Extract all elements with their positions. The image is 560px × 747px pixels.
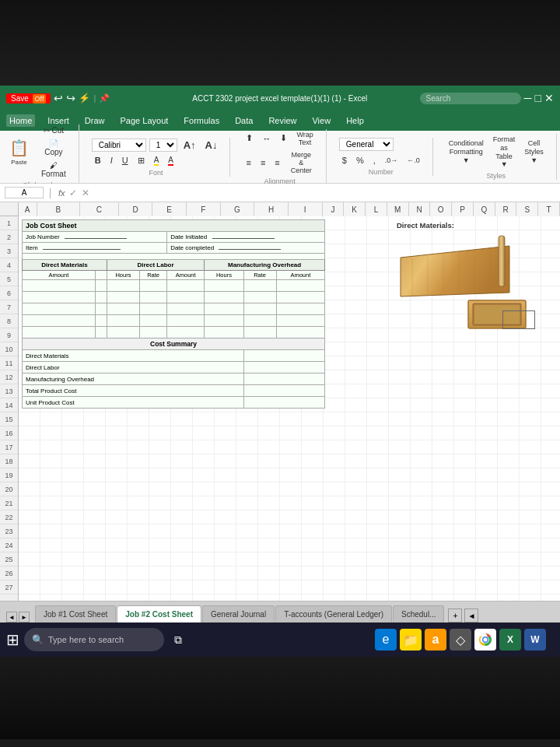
align-center-button[interactable]: ≡: [257, 156, 268, 169]
font-grow-button[interactable]: A↑: [180, 138, 199, 153]
jcs-cell-4-5[interactable]: [167, 315, 205, 327]
jcs-cell-2-6[interactable]: [205, 292, 243, 303]
font-shrink-button[interactable]: A↓: [202, 138, 221, 153]
align-top-button[interactable]: ⬆: [243, 132, 256, 145]
format-painter-button[interactable]: 🖌 Format: [38, 160, 69, 180]
cell-styles-button[interactable]: CellStyles ▼: [521, 138, 547, 166]
minimize-button[interactable]: ─: [524, 92, 532, 104]
jcs-dm-summary-row[interactable]: Direct Materials: [23, 350, 325, 362]
tab-scroll-end-button[interactable]: ◄: [464, 608, 478, 622]
jcs-data-row-3[interactable]: [23, 303, 325, 315]
dl-summary-value[interactable]: [243, 362, 324, 374]
jcs-cell-4-8[interactable]: [276, 315, 324, 327]
format-as-table-button[interactable]: Format asTable ▼: [490, 134, 519, 170]
menu-page-layout[interactable]: Page Layout: [117, 114, 172, 127]
formula-input[interactable]: [94, 188, 555, 198]
close-button[interactable]: ✕: [544, 92, 554, 104]
taskbar-search[interactable]: 🔍 Type here to search: [24, 628, 164, 651]
jcs-cell-1-4[interactable]: [140, 280, 167, 292]
jcs-data-row-2[interactable]: [23, 292, 325, 303]
jcs-cell-3-6[interactable]: [205, 303, 243, 315]
jcs-data-row-1[interactable]: [23, 280, 325, 292]
cut-button[interactable]: ✂ Cut: [38, 124, 69, 136]
jcs-cell-3-7[interactable]: [243, 303, 276, 315]
conditional-formatting-button[interactable]: ConditionalFormatting ▼: [446, 138, 487, 166]
edge-app-icon[interactable]: e: [375, 629, 397, 651]
tab-scroll-right-button[interactable]: ►: [19, 612, 30, 622]
align-right-button[interactable]: ≡: [271, 156, 282, 169]
jcs-cell-4-2[interactable]: [95, 315, 107, 327]
jcs-unit-product-row[interactable]: Unit Product Cost: [23, 397, 325, 409]
bold-button[interactable]: B: [92, 154, 104, 167]
menu-view[interactable]: View: [309, 114, 334, 127]
jcs-cell-4-1[interactable]: [23, 315, 96, 327]
menu-help[interactable]: Help: [343, 114, 367, 127]
italic-button[interactable]: I: [107, 154, 116, 167]
jcs-cell-1-2[interactable]: [95, 280, 107, 292]
fill-color-button[interactable]: A: [151, 154, 163, 167]
underline-button[interactable]: U: [119, 154, 131, 167]
title-search-input[interactable]: [420, 93, 521, 104]
jcs-dl-summary-row[interactable]: Direct Labor: [23, 362, 325, 374]
jcs-cell-3-5[interactable]: [167, 303, 205, 315]
menu-review[interactable]: Review: [265, 114, 299, 127]
jcs-total-2[interactable]: [95, 327, 107, 338]
jcs-cell-1-5[interactable]: [167, 280, 205, 292]
menu-formulas[interactable]: Formulas: [180, 114, 222, 127]
jcs-cell-2-7[interactable]: [243, 292, 276, 303]
decrease-decimal-button[interactable]: ←.0: [404, 155, 423, 166]
align-left-button[interactable]: ≡: [243, 156, 254, 169]
font-size-select[interactable]: 11: [149, 139, 177, 152]
jcs-total-product-row[interactable]: Total Product Cost: [23, 385, 325, 397]
jcs-cell-1-1[interactable]: [23, 280, 96, 292]
jcs-mo-summary-row[interactable]: Manufacturing Overhead: [23, 374, 325, 385]
dm-summary-value[interactable]: [243, 350, 324, 362]
jcs-cell-2-8[interactable]: [276, 292, 324, 303]
add-sheet-button[interactable]: +: [448, 608, 462, 622]
jcs-cell-4-4[interactable]: [140, 315, 167, 327]
increase-decimal-button[interactable]: .0→: [382, 155, 401, 166]
jcs-cell-1-7[interactable]: [243, 280, 276, 292]
percent-button[interactable]: %: [353, 154, 367, 167]
tab-job1-cost-sheet[interactable]: Job #1 Cost Sheet: [35, 605, 116, 622]
menu-draw[interactable]: Draw: [82, 114, 108, 127]
jcs-cell-2-5[interactable]: [167, 292, 205, 303]
tab-general-journal[interactable]: General Journal: [202, 605, 275, 622]
word-app-icon[interactable]: W: [524, 629, 546, 651]
jcs-cell-3-8[interactable]: [276, 303, 324, 315]
align-middle-button[interactable]: ↔: [259, 132, 274, 145]
paste-button[interactable]: 📋: [6, 139, 32, 157]
jcs-cell-4-3[interactable]: [107, 315, 139, 327]
number-format-select[interactable]: General: [339, 138, 394, 151]
tab-scroll-left-button[interactable]: ◄: [6, 612, 17, 622]
border-button[interactable]: ⊞: [135, 154, 148, 167]
jcs-total-6[interactable]: [205, 327, 243, 338]
jcs-cell-2-1[interactable]: [23, 292, 96, 303]
jcs-data-row-4[interactable]: [23, 315, 325, 327]
tab-job2-cost-sheet[interactable]: Job #2 Cost Sheet: [117, 605, 201, 622]
jcs-cell-4-7[interactable]: [243, 315, 276, 327]
jcs-cell-1-8[interactable]: [276, 280, 324, 292]
jcs-cell-2-4[interactable]: [140, 292, 167, 303]
jcs-total-1[interactable]: [23, 327, 96, 338]
jcs-cell-3-4[interactable]: [140, 303, 167, 315]
start-button[interactable]: ⊞: [6, 630, 19, 649]
mo-summary-value[interactable]: [243, 374, 324, 385]
jcs-cell-4-6[interactable]: [205, 315, 243, 327]
font-name-select[interactable]: Calibri: [92, 139, 146, 152]
chrome-icon[interactable]: [474, 629, 496, 651]
menu-data[interactable]: Data: [232, 114, 256, 127]
font-color-button[interactable]: A: [165, 154, 177, 167]
unit-product-value[interactable]: [243, 397, 324, 409]
align-bottom-button[interactable]: ⬇: [277, 132, 290, 145]
jcs-cell-1-6[interactable]: [205, 280, 243, 292]
amazon-icon[interactable]: a: [425, 629, 446, 651]
cell-reference-input[interactable]: [5, 187, 44, 198]
maximize-button[interactable]: □: [535, 92, 541, 104]
file-explorer-icon[interactable]: 📁: [400, 629, 422, 651]
jcs-cell-3-1[interactable]: [23, 303, 96, 315]
jcs-cell-1-3[interactable]: [107, 280, 139, 292]
dropbox-icon[interactable]: ◇: [450, 629, 471, 651]
jcs-total-5[interactable]: [167, 327, 205, 338]
merge-center-button[interactable]: Merge & Center: [286, 149, 317, 176]
